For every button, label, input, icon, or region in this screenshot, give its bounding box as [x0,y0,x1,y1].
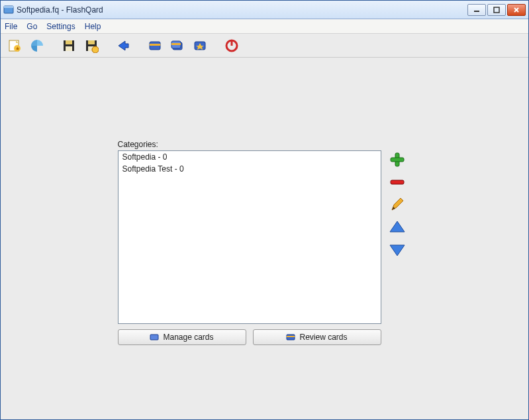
minimize-button[interactable] [467,4,486,16]
toolbar-saveas-button[interactable] [81,36,101,55]
svg-marker-32 [390,221,405,232]
toolbar-separator [104,37,111,54]
close-button[interactable] [507,4,526,16]
svg-text:★: ★ [15,46,20,52]
window-controls [467,4,526,16]
main-window: Softpedia.fq - FlashQard File Go Setting… [0,0,529,420]
svg-rect-12 [66,46,72,51]
svg-marker-33 [390,245,405,256]
menubar: File Go Settings Help [1,19,528,34]
titlebar: Softpedia.fq - FlashQard [1,1,528,19]
app-icon [3,5,14,15]
toolbar-separator [50,37,56,54]
svg-marker-17 [119,41,128,50]
toolbar-quit-button[interactable] [222,36,242,55]
svg-rect-3 [494,7,499,13]
categories-list[interactable]: Softpedia - 0 Softpedia Test - 0 [118,150,381,324]
toolbar-separator [213,37,219,54]
menu-go[interactable]: Go [26,22,37,31]
list-item[interactable]: Softpedia - 0 [119,151,381,163]
review-cards-button[interactable]: Review cards [253,329,381,345]
svg-rect-19 [150,44,160,46]
svg-rect-22 [171,43,181,45]
toolbar-back-button[interactable] [113,36,133,55]
svg-rect-14 [88,40,95,44]
maximize-button[interactable] [487,4,506,16]
remove-category-button[interactable] [388,173,407,191]
review-cards-icon [286,333,295,342]
toolbar-save-button[interactable] [59,36,79,55]
move-down-button[interactable] [388,240,407,259]
toolbar-open-button[interactable] [27,36,47,55]
menu-help[interactable]: Help [85,22,101,31]
manage-cards-label: Manage cards [163,333,213,342]
review-cards-label: Review cards [299,333,347,342]
menu-settings[interactable]: Settings [46,22,75,31]
svg-rect-1 [4,6,13,8]
toolbar-card2-button[interactable] [168,36,187,55]
categories-label: Categories: [118,140,412,149]
svg-rect-34 [150,335,158,340]
add-category-button[interactable] [388,150,407,169]
svg-rect-11 [66,40,72,44]
toolbar-card3-button[interactable] [190,36,210,55]
manage-cards-button[interactable]: Manage cards [118,329,246,345]
window-title: Softpedia.fq - FlashQard [17,5,467,15]
svg-rect-28 [391,158,404,162]
svg-point-16 [92,46,99,53]
menu-file[interactable]: File [5,22,17,31]
svg-rect-36 [287,336,295,337]
toolbar: ★ [1,34,528,58]
manage-cards-icon [150,333,159,342]
main-panel: Categories: Softpedia - 0 Softpedia Test… [118,140,412,419]
category-side-buttons [388,150,407,259]
content-area: Categories: Softpedia - 0 Softpedia Test… [1,58,528,419]
svg-rect-29 [391,180,404,184]
toolbar-new-button[interactable]: ★ [5,36,24,55]
edit-category-button[interactable] [388,195,407,214]
list-item[interactable]: Softpedia Test - 0 [119,163,381,175]
toolbar-card1-button[interactable] [145,36,165,55]
toolbar-separator [136,37,142,54]
move-up-button[interactable] [388,218,407,236]
